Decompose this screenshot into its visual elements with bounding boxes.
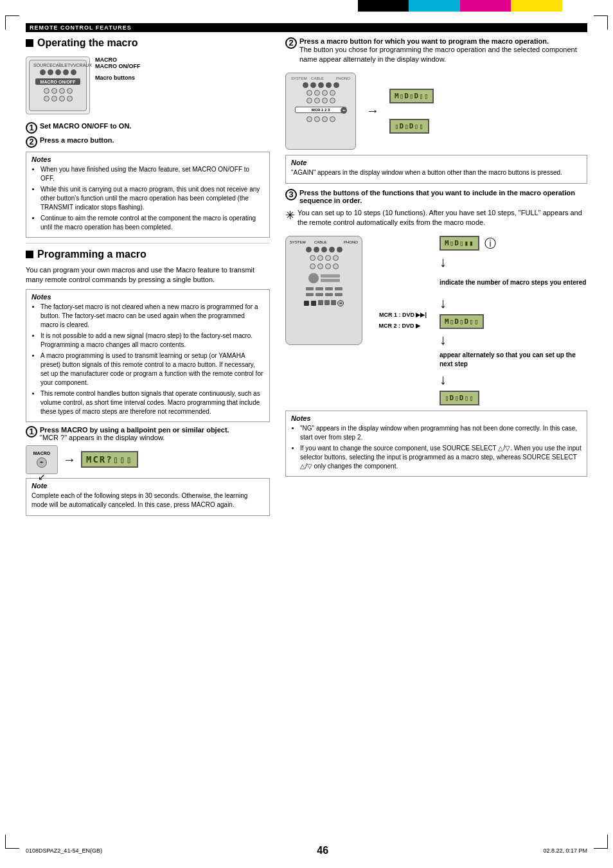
- footer-left: 0108DSPAZ2_41-54_EN(GB): [26, 847, 102, 854]
- step2-text: Press a macro button.: [40, 136, 114, 144]
- note-box-30sec: Note Complete each of the following step…: [26, 478, 270, 516]
- note-text-30sec: Complete each of the following steps in …: [31, 492, 264, 509]
- step2-num: 2: [26, 136, 37, 148]
- note-bottom-item: If you want to change the source compone…: [300, 444, 582, 471]
- macro-label: MACRO MACRO ON/OFF: [95, 57, 141, 69]
- page-frame: REMOTE CONTROL FEATURES Operating the ma…: [0, 12, 613, 868]
- remote-large: SYSTEMCABLEPHONO: [285, 73, 356, 150]
- down-arrow3: ↓: [440, 333, 447, 347]
- down-arrow1: ↓: [440, 255, 447, 269]
- note-item: While this unit is carrying out a macro …: [40, 185, 264, 212]
- step1-operating: 1 Set MACRO ON/OFF to ON.: [26, 122, 270, 134]
- indicate-text: indicate the number of macro steps you e…: [440, 278, 586, 287]
- section1-heading: Operating the macro: [26, 37, 270, 49]
- step1-prog-text: Press MACRO by using a ballpoint pen or …: [40, 426, 229, 434]
- section2-intro: You can program your own macros and use …: [26, 265, 270, 285]
- notes-box-programming: Notes The factory-set macro is not clear…: [26, 289, 270, 422]
- page-footer: 0108DSPAZ2_41-54_EN(GB) 46 02.8.22, 0:17…: [26, 845, 587, 856]
- notes-box-bottom: Notes "NG" appears in the display window…: [285, 411, 587, 477]
- lcd-mcr-display: MCR?▯▯▯: [81, 451, 138, 468]
- notes-box-operating: Notes When you have finished using the M…: [26, 152, 270, 238]
- notes-title-operating: Notes: [31, 155, 264, 163]
- remote-diagram-operating: SOURCECABLETVVCRAUX MACR: [26, 57, 90, 114]
- indicate-box: indicate the number of macro steps you e…: [440, 278, 586, 287]
- macro-buttons-label: Macro buttons: [95, 75, 141, 81]
- left-column: Operating the macro SOURCECABLETVVCRAUX: [26, 37, 270, 520]
- note-item: When you have finished using the Macro f…: [40, 165, 264, 183]
- notes-bottom-title: Notes: [291, 414, 582, 422]
- page-number: 46: [317, 845, 328, 856]
- step2-operating: 2 Press a macro button.: [26, 136, 270, 148]
- header-label: REMOTE CONTROL FEATURES: [30, 24, 132, 31]
- tip-icon: ✳: [285, 208, 295, 222]
- header-bar: REMOTE CONTROL FEATURES: [26, 23, 587, 32]
- arrow-right2: →: [366, 103, 379, 118]
- appear-text: appear alternately so that you can set u…: [440, 351, 587, 369]
- section1-title: Operating the macro: [37, 37, 138, 49]
- tip-text: You can set up to 10 steps (10 functions…: [298, 208, 587, 228]
- note-item: This remote control handles button signa…: [40, 389, 264, 416]
- notes-list-operating: When you have finished using the Macro f…: [31, 165, 264, 232]
- section2-icon: [26, 251, 33, 258]
- lcd-next: M▯D▯D▯▯: [440, 314, 484, 329]
- lcd-alt: ▯D▯D▯▯: [440, 391, 479, 405]
- note-item: Continue to aim the remote control at th…: [40, 214, 264, 232]
- arrow-right: →: [63, 452, 76, 467]
- note-again-text: "AGAIN" appears in the display window wh…: [291, 168, 582, 177]
- footer-right: 02.8.22, 0:17 PM: [543, 847, 587, 854]
- step2-right-row: 2 Press a macro button for which you wan…: [285, 37, 587, 67]
- step3-right-row: 3 Press the buttons of the functions tha…: [285, 189, 587, 204]
- notes-list-programming: The factory-set macro is not cleared whe…: [31, 303, 264, 416]
- section-programming: Programming a macro You can program your…: [26, 249, 270, 516]
- section2-title: Programming a macro: [37, 249, 147, 260]
- note-again: Note "AGAIN" appears in the display wind…: [285, 155, 587, 184]
- step2-right-body: The button you chose for programming the…: [299, 45, 587, 65]
- remote-full: SYSTEMCABLEPHONO: [285, 236, 362, 345]
- section1-icon: [26, 39, 33, 47]
- step1-text: Set MACRO ON/OFF to ON.: [40, 122, 131, 130]
- step3-right-heading: Press the buttons of the functions that …: [299, 189, 575, 204]
- step1-prog-sub: "MCR ?" appears in the display window.: [40, 434, 164, 441]
- down-arrow2: ↓: [440, 296, 447, 310]
- step2-right-heading: Press a macro button for which you want …: [299, 37, 549, 45]
- lcd-annotation-area: M▯D▯▮▮ ⓘ ↓ indicate the number of macro …: [440, 236, 587, 405]
- step3-right: 3 Press the buttons of the functions tha…: [285, 189, 587, 477]
- right-column: 2 Press a macro button for which you wan…: [285, 37, 587, 520]
- note-item: A macro programming is used to transmit …: [40, 351, 264, 387]
- down-arrow4: ↓: [440, 373, 447, 387]
- tip-row: ✳ You can set up to 10 steps (10 functio…: [285, 208, 587, 231]
- section-operating: Operating the macro SOURCECABLETVVCRAUX: [26, 37, 270, 238]
- top-color-bar: [0, 0, 613, 12]
- lcd-indicate: M▯D▯▮▮: [440, 236, 479, 251]
- lcd-top: M▯D▯D▯▯: [389, 89, 434, 103]
- remote-small: SOURCECABLETVVCRAUX MACR: [29, 60, 87, 111]
- note-again-title: Note: [291, 159, 582, 166]
- note-item: The factory-set macro is not cleared whe…: [40, 303, 264, 330]
- step1-num: 1: [26, 122, 37, 134]
- notes-title-programming: Notes: [31, 293, 264, 301]
- step2-right-num: 2: [285, 37, 297, 49]
- step1-programming: 1 Press MACRO by using a ballpoint pen o…: [26, 426, 270, 441]
- divider1: [26, 243, 270, 244]
- lcd-bottom: ▯D▯D▯▯: [389, 119, 429, 134]
- note-title-30sec: Note: [31, 482, 264, 490]
- macro-lcd-diagram: MACRO ✒ ↙ → MCR?▯▯▯: [26, 445, 270, 474]
- section2-heading: Programming a macro: [26, 249, 270, 260]
- stacked-lcd: M▯D▯D▯▯ ▯D▯D▯▯: [389, 89, 434, 134]
- step3-right-num: 3: [285, 189, 297, 200]
- notes-bottom-list: "NG" appears in the display window when …: [291, 424, 582, 471]
- note-item: It is not possible to add a new signal (…: [40, 332, 264, 350]
- remote-lcd-diagram-right: SYSTEMCABLEPHONO: [285, 73, 587, 150]
- mcr2-label: MCR 2 : DVD ▶: [378, 323, 420, 329]
- mcr1-label: MCR 1 : DVD ▶▶|: [379, 312, 427, 318]
- step1-prog-num: 1: [26, 426, 37, 438]
- mcr-diagram-area: SYSTEMCABLEPHONO: [285, 236, 587, 405]
- step2-right: 2 Press a macro button for which you wan…: [285, 37, 587, 184]
- main-content: Operating the macro SOURCECABLETVVCRAUX: [26, 37, 587, 520]
- note-bottom-item: "NG" appears in the display window when …: [300, 424, 582, 442]
